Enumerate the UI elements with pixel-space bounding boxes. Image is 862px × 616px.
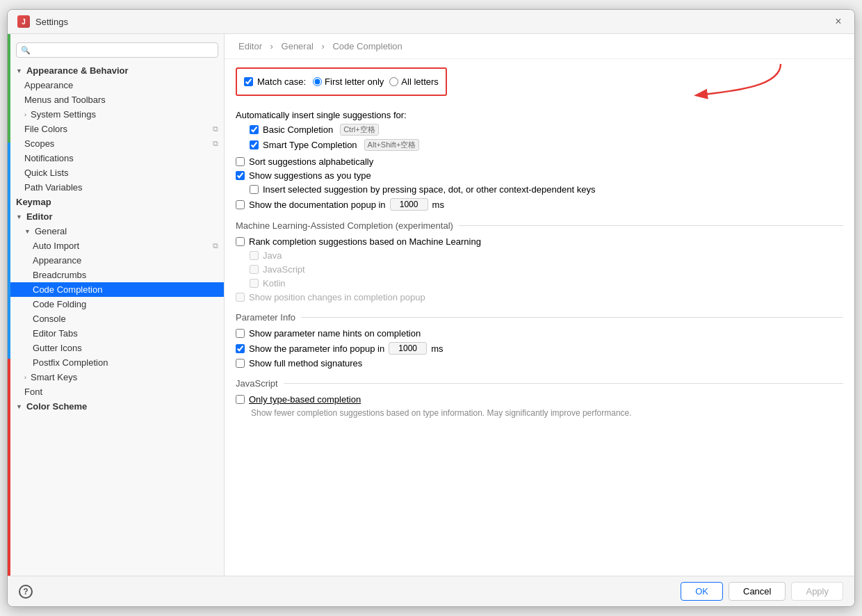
- copy-icon: ⧉: [213, 139, 218, 148]
- only-type-based-label: Only type-based completion: [249, 394, 361, 405]
- sidebar-item-menus-toolbars[interactable]: Menus and Toolbars: [10, 92, 224, 107]
- match-case-row: Match case:: [244, 76, 306, 87]
- breadcrumb-code-completion: Code Completion: [332, 41, 402, 51]
- chevron-icon: ▼: [16, 67, 22, 74]
- sidebar-item-color-scheme[interactable]: ▼ Color Scheme: [10, 399, 224, 414]
- show-param-hints-label: Show parameter name hints on completion: [249, 328, 421, 339]
- chevron-icon: ›: [24, 374, 26, 381]
- sort-alpha-row: Sort suggestions alphabetically: [236, 156, 843, 167]
- kotlin-row: Kotlin: [236, 278, 843, 289]
- search-box[interactable]: 🔍: [16, 42, 218, 58]
- show-param-popup-checkbox[interactable]: [236, 344, 245, 353]
- sidebar-item-label: Menus and Toolbars: [24, 95, 106, 105]
- java-checkbox[interactable]: [250, 251, 259, 260]
- sidebar-item-label: Smart Keys: [31, 372, 77, 382]
- doc-popup-ms-input[interactable]: [390, 198, 428, 211]
- javascript-section-label: JavaScript: [236, 378, 278, 389]
- sidebar-item-label: System Settings: [31, 109, 96, 120]
- separator-line: [459, 225, 843, 226]
- help-button[interactable]: ?: [19, 585, 33, 599]
- basic-completion-checkbox[interactable]: [250, 125, 259, 134]
- sidebar-item-label: Postfix Completion: [33, 357, 108, 368]
- sidebar-item-path-variables[interactable]: Path Variables: [10, 180, 224, 195]
- basic-completion-row: Basic Completion Ctrl+空格: [236, 124, 843, 136]
- rank-ml-label: Rank completion suggestions based on Mac…: [249, 236, 481, 247]
- breadcrumb-sep2: ›: [321, 41, 327, 51]
- show-suggestions-checkbox[interactable]: [236, 171, 245, 180]
- javascript-label: JavaScript: [263, 264, 305, 275]
- sidebar-item-code-folding[interactable]: Code Folding: [10, 297, 224, 311]
- sidebar-item-breadcrumbs[interactable]: Breadcrumbs: [10, 268, 224, 282]
- sidebar-item-quick-lists[interactable]: Quick Lists: [10, 165, 224, 180]
- show-doc-popup-checkbox[interactable]: [236, 200, 245, 209]
- sidebar-item-label: Breadcrumbs: [33, 270, 86, 280]
- sidebar-item-font[interactable]: Font: [10, 384, 224, 399]
- sidebar-item-appearance[interactable]: Appearance: [10, 78, 224, 92]
- sidebar-item-system-settings[interactable]: › System Settings: [10, 107, 224, 122]
- auto-insert-label: Automatically insert single suggestions …: [236, 110, 407, 120]
- sidebar-item-label: Console: [33, 314, 66, 324]
- sidebar-item-general[interactable]: ▼ General: [10, 224, 224, 238]
- sidebar-item-scopes[interactable]: Scopes ⧉: [10, 136, 224, 151]
- ok-button[interactable]: OK: [681, 582, 723, 601]
- breadcrumb: Editor › General › Code Completion: [225, 34, 854, 59]
- javascript-checkbox[interactable]: [250, 265, 259, 274]
- insert-selected-checkbox[interactable]: [250, 185, 259, 194]
- sidebar-item-label: Editor: [26, 211, 53, 222]
- cancel-button[interactable]: Cancel: [729, 582, 786, 601]
- smart-type-shortcut: Alt+Shift+空格: [364, 139, 420, 151]
- sidebar-item-label: Auto Import: [33, 241, 79, 251]
- sidebar-item-file-colors[interactable]: File Colors ⧉: [10, 122, 224, 136]
- sidebar-item-console[interactable]: Console: [10, 311, 224, 326]
- sidebar-item-label: Code Completion: [33, 284, 102, 295]
- sort-alpha-checkbox[interactable]: [236, 157, 245, 166]
- sidebar-item-editor[interactable]: ▼ Editor: [10, 209, 224, 224]
- search-input[interactable]: [33, 45, 213, 55]
- show-param-hints-checkbox[interactable]: [236, 329, 245, 338]
- show-doc-popup-label: Show the documentation popup in: [249, 200, 386, 210]
- sidebar-item-editor-tabs[interactable]: Editor Tabs: [10, 326, 224, 341]
- sidebar-item-postfix-completion[interactable]: Postfix Completion: [10, 355, 224, 370]
- only-type-based-checkbox[interactable]: [236, 395, 245, 404]
- sidebar-item-notifications[interactable]: Notifications: [10, 151, 224, 165]
- sidebar-item-label: General: [35, 226, 67, 236]
- show-position-checkbox[interactable]: [236, 293, 245, 302]
- sidebar-item-appearance-editor[interactable]: Appearance: [10, 253, 224, 268]
- sidebar-item-label: Code Folding: [33, 299, 86, 309]
- sidebar-item-label: Appearance: [33, 255, 81, 266]
- rank-ml-row: Rank completion suggestions based on Mac…: [236, 236, 843, 247]
- rank-ml-checkbox[interactable]: [236, 237, 245, 246]
- smart-type-checkbox[interactable]: [250, 140, 259, 149]
- sidebar-item-label: Gutter Icons: [33, 343, 82, 353]
- chevron-icon: ▼: [16, 403, 22, 410]
- param-popup-unit: ms: [431, 343, 443, 354]
- sidebar-item-label: File Colors: [24, 124, 67, 134]
- sidebar-item-keymap[interactable]: Keymap: [10, 195, 224, 209]
- apply-button[interactable]: Apply: [791, 582, 843, 601]
- close-button[interactable]: ×: [832, 15, 845, 28]
- basic-completion-shortcut: Ctrl+空格: [340, 124, 379, 136]
- sidebar-item-code-completion[interactable]: Code Completion: [10, 282, 224, 297]
- annotation-arrow: [683, 60, 788, 102]
- sidebar-item-smart-keys[interactable]: › Smart Keys: [10, 370, 224, 384]
- sort-alpha-label: Sort suggestions alphabetically: [249, 156, 373, 167]
- title-bar-left: J Settings: [17, 15, 68, 28]
- search-icon: 🔍: [21, 46, 31, 55]
- dialog-body: 🔍 ▼ Appearance & Behavior Appearance Men…: [8, 34, 854, 576]
- smart-type-label: Smart Type Completion: [263, 140, 357, 150]
- sidebar-item-auto-import[interactable]: Auto Import ⧉: [10, 238, 224, 253]
- param-popup-ms-input[interactable]: [389, 342, 427, 355]
- kotlin-checkbox[interactable]: [250, 279, 259, 288]
- radio-all-letters[interactable]: All letters: [389, 76, 438, 87]
- javascript-row: JavaScript: [236, 264, 843, 275]
- title-bar: J Settings ×: [8, 10, 854, 34]
- ml-section-separator: Machine Learning-Assisted Completion (ex…: [236, 220, 843, 231]
- match-case-radio-group: First letter only All letters: [313, 76, 439, 87]
- radio-first-letter[interactable]: First letter only: [313, 76, 384, 87]
- sidebar-item-appearance-behavior[interactable]: ▼ Appearance & Behavior: [10, 63, 224, 78]
- dialog-title: Settings: [35, 17, 68, 27]
- show-full-method-checkbox[interactable]: [236, 359, 245, 368]
- match-case-checkbox[interactable]: [244, 77, 253, 86]
- copy-icon: ⧉: [213, 241, 218, 250]
- sidebar-item-gutter-icons[interactable]: Gutter Icons: [10, 341, 224, 355]
